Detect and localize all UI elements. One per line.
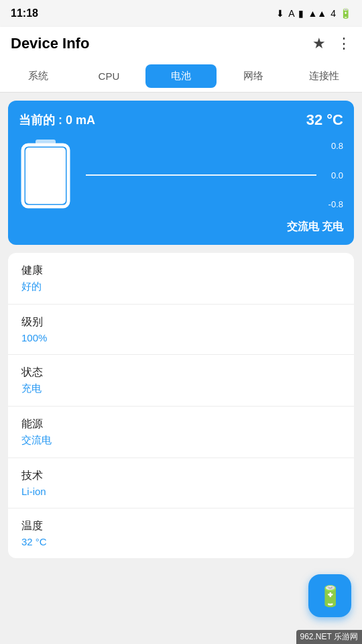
star-button[interactable]: ★: [312, 35, 326, 52]
status-bar: 11:18 ⬇ A ▮ ▲▲ 4 🔋: [0, 0, 362, 27]
info-value-power: 交流电: [21, 434, 341, 447]
battery-status-icon: 🔋: [340, 8, 351, 19]
info-item-technology: 技术 Li-ion: [8, 458, 354, 508]
info-label-temperature: 温度: [21, 519, 341, 533]
status-icons: ⬇ A ▮ ▲▲ 4 🔋: [276, 8, 351, 19]
tab-cpu[interactable]: CPU: [74, 61, 145, 91]
app-bar: Device Info ★ ⋮: [0, 27, 362, 60]
info-label-power: 能源: [21, 417, 341, 431]
info-value-technology: Li-ion: [21, 486, 341, 497]
chart-label-top: 0.8: [331, 141, 343, 151]
battery-temperature: 32 °C: [306, 111, 343, 129]
chart-label-bot: -0.8: [328, 199, 343, 209]
tab-system[interactable]: 系统: [3, 60, 74, 92]
info-value-health: 好的: [21, 280, 341, 293]
battery-current: 当前的 : 0 mA: [19, 112, 95, 128]
battery-card-footer: 交流电 充电: [19, 220, 343, 234]
info-item-health: 健康 好的: [8, 253, 354, 305]
menu-button[interactable]: ⋮: [337, 35, 351, 52]
info-item-power: 能源 交流电: [8, 407, 354, 458]
info-label-health: 健康: [21, 264, 341, 278]
chart-label-mid: 0.0: [331, 170, 343, 180]
battery-card-body: 0.8 0.0 -0.8: [19, 137, 343, 213]
tab-connectivity[interactable]: 连接性: [288, 60, 359, 92]
watermark: 962.NET 乐游网: [296, 630, 362, 644]
tab-battery[interactable]: 电池: [145, 64, 217, 88]
tab-bar: 系统 CPU 电池 网络 连接性: [0, 60, 362, 93]
info-item-status: 状态 充电: [8, 355, 354, 407]
info-value-status: 充电: [21, 382, 341, 395]
battery-icon-wrapper: [19, 137, 72, 213]
screenshot-icon: ▮: [298, 8, 304, 19]
fab-icon: 🔋: [318, 584, 343, 608]
battery-card: 当前的 : 0 mA 32 °C 0.8 0.0: [8, 101, 354, 245]
battery-icon: [19, 137, 72, 211]
keyboard-icon: A: [288, 8, 294, 19]
main-content: 当前的 : 0 mA 32 °C 0.8 0.0: [0, 93, 362, 566]
chart-line: [86, 174, 316, 176]
app-title: Device Info: [11, 35, 89, 52]
info-label-status: 状态: [21, 366, 341, 380]
info-label-level: 级别: [21, 315, 341, 329]
tab-network[interactable]: 网络: [218, 60, 289, 92]
signal-icon: 4: [330, 8, 336, 19]
battery-card-header: 当前的 : 0 mA 32 °C: [19, 111, 343, 129]
status-time: 11:18: [11, 7, 38, 19]
info-item-level: 级别 100%: [8, 305, 354, 355]
chart-labels: 0.8 0.0 -0.8: [319, 138, 343, 212]
fab-button[interactable]: 🔋: [308, 574, 351, 617]
wifi-icon: ▲▲: [308, 8, 326, 19]
info-value-level: 100%: [21, 332, 341, 343]
battery-chart-area: 0.8 0.0 -0.8: [86, 138, 343, 212]
info-label-technology: 技术: [21, 469, 341, 483]
download-icon: ⬇: [276, 8, 284, 19]
info-list: 健康 好的 级别 100% 状态 充电 能源 交流电 技术 Li-ion 温度 …: [8, 253, 354, 558]
svg-rect-2: [25, 148, 66, 204]
info-value-temperature: 32 °C: [21, 536, 341, 547]
info-item-temperature: 温度 32 °C: [8, 508, 354, 558]
app-bar-actions: ★ ⋮: [312, 35, 351, 52]
